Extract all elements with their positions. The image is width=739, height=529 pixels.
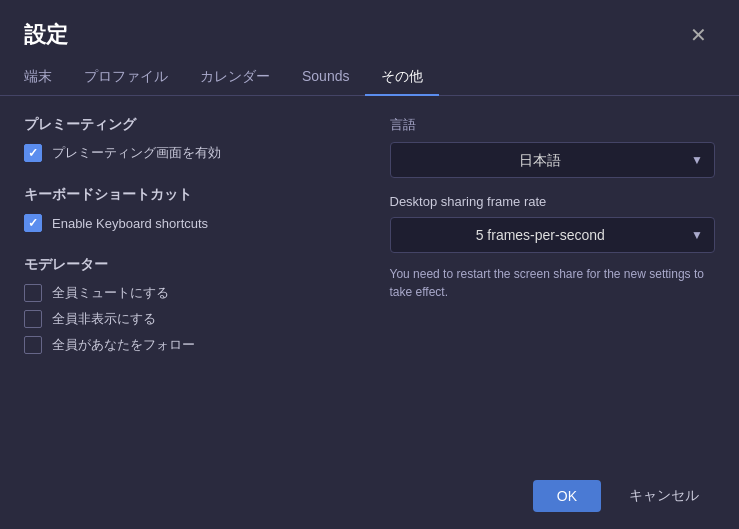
cancel-button[interactable]: キャンセル (613, 479, 715, 513)
moderator-section: モデレーター 全員ミュートにする 全員非表示にする 全員があなたをフォロー (24, 256, 350, 354)
language-select[interactable]: 日本語 English Français Deutsch (390, 142, 716, 178)
pre-meeting-section: プレミーティング プレミーティング画面を有効 (24, 116, 350, 162)
moderator-checkbox-1[interactable] (24, 310, 42, 328)
pre-meeting-label: プレミーティング画面を有効 (52, 144, 221, 162)
dialog-title: 設定 (24, 20, 68, 50)
moderator-checkbox-2[interactable] (24, 336, 42, 354)
right-panel: 言語 日本語 English Français Deutsch ▼ Deskto… (390, 116, 716, 463)
frame-rate-select[interactable]: 5 frames-per-second 10 frames-per-second… (390, 217, 716, 253)
frame-rate-info: You need to restart the screen share for… (390, 265, 716, 301)
language-select-wrapper: 日本語 English Français Deutsch ▼ (390, 142, 716, 178)
tab-sounds[interactable]: Sounds (286, 60, 365, 96)
pre-meeting-checkbox[interactable] (24, 144, 42, 162)
keyboard-checkbox[interactable] (24, 214, 42, 232)
close-button[interactable]: ✕ (682, 21, 715, 49)
tab-calendar[interactable]: カレンダー (184, 60, 286, 96)
tab-bar: 端末 プロファイル カレンダー Sounds その他 (0, 60, 739, 96)
pre-meeting-title: プレミーティング (24, 116, 350, 134)
frame-rate-label: Desktop sharing frame rate (390, 194, 716, 209)
moderator-row-0: 全員ミュートにする (24, 284, 350, 302)
frame-rate-section: Desktop sharing frame rate 5 frames-per-… (390, 194, 716, 301)
tab-profile[interactable]: プロファイル (68, 60, 184, 96)
left-panel: プレミーティング プレミーティング画面を有効 キーボードショートカット Enab… (24, 116, 350, 463)
dialog-header: 設定 ✕ (0, 0, 739, 60)
moderator-label-0: 全員ミュートにする (52, 284, 169, 302)
keyboard-title: キーボードショートカット (24, 186, 350, 204)
keyboard-label: Enable Keyboard shortcuts (52, 216, 208, 231)
pre-meeting-row: プレミーティング画面を有効 (24, 144, 350, 162)
keyboard-section: キーボードショートカット Enable Keyboard shortcuts (24, 186, 350, 232)
moderator-checkbox-0[interactable] (24, 284, 42, 302)
tab-other[interactable]: その他 (365, 60, 439, 96)
footer: OK キャンセル (0, 463, 739, 529)
content-area: プレミーティング プレミーティング画面を有効 キーボードショートカット Enab… (0, 116, 739, 463)
language-section: 言語 日本語 English Français Deutsch ▼ (390, 116, 716, 178)
keyboard-row: Enable Keyboard shortcuts (24, 214, 350, 232)
moderator-title: モデレーター (24, 256, 350, 274)
language-label: 言語 (390, 116, 716, 134)
ok-button[interactable]: OK (533, 480, 601, 512)
settings-dialog: 設定 ✕ 端末 プロファイル カレンダー Sounds その他 プレミーティング… (0, 0, 739, 529)
tab-terminal[interactable]: 端末 (24, 60, 68, 96)
frame-rate-select-wrapper: 5 frames-per-second 10 frames-per-second… (390, 217, 716, 253)
moderator-label-2: 全員があなたをフォロー (52, 336, 195, 354)
moderator-row-2: 全員があなたをフォロー (24, 336, 350, 354)
moderator-row-1: 全員非表示にする (24, 310, 350, 328)
moderator-label-1: 全員非表示にする (52, 310, 156, 328)
